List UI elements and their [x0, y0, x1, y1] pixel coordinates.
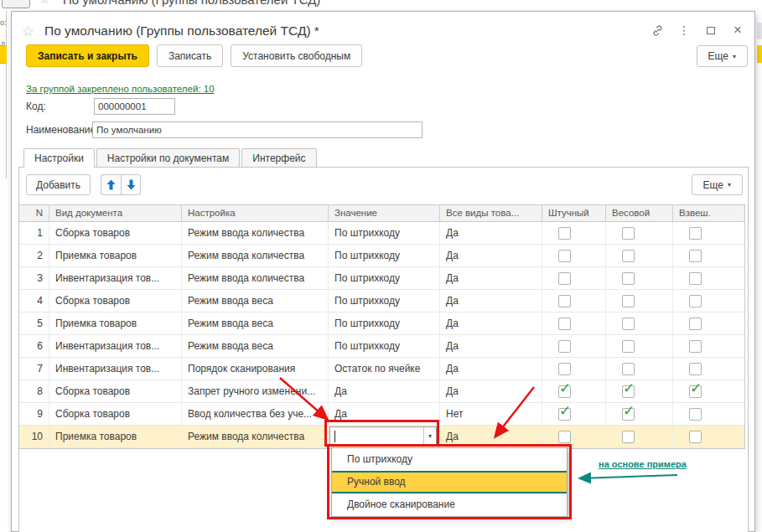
weight-checkbox[interactable]: [622, 340, 635, 353]
piece-checkbox[interactable]: [558, 318, 571, 330]
weight-checkbox[interactable]: [622, 363, 635, 375]
value-cell[interactable]: По штрихкоду: [329, 290, 440, 312]
column-header[interactable]: Все виды това...: [440, 205, 542, 221]
setting-cell[interactable]: Запрет ручного изменени...: [182, 380, 329, 402]
setting-cell[interactable]: Режим ввода количества: [182, 426, 329, 447]
all-goods-cell[interactable]: Да: [440, 290, 542, 312]
column-header[interactable]: Вид документа: [49, 205, 182, 221]
document-type-cell[interactable]: Приемка товаров: [49, 312, 182, 334]
value-cell[interactable]: По штрихкоду: [329, 312, 440, 334]
setting-cell[interactable]: Порядок сканирования: [182, 358, 329, 380]
setting-cell[interactable]: Режим ввода веса: [182, 312, 329, 334]
table-more-button[interactable]: Еще▾: [692, 174, 743, 195]
piece-checkbox-checked[interactable]: ✓: [558, 385, 571, 398]
set-free-button[interactable]: Установить свободным: [231, 44, 362, 67]
piece-checkbox[interactable]: [558, 340, 571, 353]
value-cell[interactable]: По штрихкоду: [329, 222, 440, 244]
value-cell[interactable]: По штрихкоду: [329, 267, 440, 289]
all-goods-cell[interactable]: Да: [440, 222, 542, 244]
assigned-users-link[interactable]: За группой закреплено пользователей: 10: [26, 84, 215, 94]
all-goods-cell[interactable]: Да: [440, 312, 542, 334]
table-row[interactable]: 2Приемка товаровРежим ввода количестваПо…: [19, 245, 744, 267]
setting-cell[interactable]: Режим ввода количества: [182, 222, 329, 244]
weighed-checkbox[interactable]: [689, 408, 702, 421]
table-row[interactable]: 1Сборка товаровРежим ввода количестваПо …: [19, 222, 744, 245]
column-header[interactable]: Значение: [329, 205, 440, 221]
favorite-star-icon[interactable]: ☆: [22, 23, 34, 40]
column-header[interactable]: N: [19, 205, 49, 221]
all-goods-cell[interactable]: Нет: [440, 403, 542, 425]
setting-cell[interactable]: Режим ввода веса: [182, 290, 329, 312]
save-button[interactable]: Записать: [157, 44, 223, 67]
weighed-checkbox[interactable]: [689, 318, 702, 330]
weighed-checkbox-checked[interactable]: ✓: [689, 385, 702, 398]
weighed-checkbox[interactable]: [689, 340, 702, 353]
more-vertical-icon[interactable]: ⋮: [677, 23, 691, 37]
piece-checkbox[interactable]: [558, 431, 571, 443]
tab-settings[interactable]: Настройки: [23, 148, 95, 168]
save-and-close-button[interactable]: Записать и закрыть: [26, 44, 149, 67]
weight-checkbox[interactable]: [622, 318, 635, 330]
weight-checkbox[interactable]: [622, 272, 635, 285]
weighed-checkbox[interactable]: [689, 272, 702, 285]
tab-interface[interactable]: Интерфейс: [241, 148, 316, 167]
value-cell[interactable]: Остаток по ячейке: [329, 358, 440, 380]
column-header[interactable]: Настройка: [182, 205, 329, 221]
table-row[interactable]: 7Инвентаризация тов...Порядок сканирован…: [19, 358, 744, 380]
setting-cell[interactable]: Режим ввода количества: [182, 245, 329, 266]
setting-cell[interactable]: Режим ввода веса: [182, 335, 329, 357]
piece-checkbox[interactable]: [558, 227, 571, 240]
piece-checkbox[interactable]: [558, 363, 571, 375]
close-icon[interactable]: ×: [731, 23, 744, 37]
weighed-checkbox[interactable]: [689, 295, 702, 307]
tab-settings-by-documents[interactable]: Настройки по документам: [96, 148, 240, 167]
table-row[interactable]: 3Инвентаризация тов...Режим ввода количе…: [19, 267, 744, 290]
all-goods-cell[interactable]: Да: [440, 245, 542, 266]
value-cell[interactable]: По штрихкоду: [329, 335, 440, 357]
column-header[interactable]: Взвеш.: [673, 205, 744, 221]
move-down-button[interactable]: [121, 174, 141, 195]
weighed-checkbox[interactable]: [689, 431, 702, 443]
document-type-cell[interactable]: Инвентаризация тов...: [49, 267, 182, 289]
piece-checkbox-checked[interactable]: ✓: [558, 408, 571, 421]
document-type-cell[interactable]: Сборка товаров: [49, 222, 182, 244]
all-goods-cell[interactable]: Да: [440, 335, 542, 357]
weighed-checkbox[interactable]: [689, 250, 702, 262]
value-cell[interactable]: Да: [329, 380, 440, 402]
document-type-cell[interactable]: Сборка товаров: [49, 380, 182, 402]
all-goods-cell[interactable]: Да: [440, 380, 542, 402]
table-row[interactable]: 4Сборка товаровРежим ввода весаПо штрихк…: [19, 290, 744, 312]
document-type-cell[interactable]: Инвентаризация тов...: [49, 335, 182, 357]
value-cell[interactable]: По штрихкоду: [329, 245, 440, 266]
table-row[interactable]: 8Сборка товаровЗапрет ручного изменени..…: [19, 380, 744, 403]
move-up-button[interactable]: [101, 174, 121, 195]
document-type-cell[interactable]: Инвентаризация тов...: [49, 358, 182, 380]
weighed-checkbox[interactable]: [689, 363, 702, 375]
all-goods-cell[interactable]: Да: [440, 358, 542, 380]
table-row[interactable]: 5Приемка товаровРежим ввода весаПо штрих…: [19, 312, 744, 335]
column-header[interactable]: Штучный: [542, 205, 606, 221]
more-button[interactable]: Еще▾: [697, 45, 748, 67]
column-header[interactable]: Весовой: [606, 205, 673, 221]
setting-cell[interactable]: Режим ввода количества: [182, 267, 329, 289]
piece-checkbox[interactable]: [558, 250, 571, 262]
name-field[interactable]: [92, 121, 422, 138]
weighed-checkbox[interactable]: [689, 227, 702, 240]
piece-checkbox[interactable]: [558, 295, 571, 307]
code-field[interactable]: [94, 98, 175, 115]
weight-checkbox-checked[interactable]: ✓: [622, 408, 635, 421]
document-type-cell[interactable]: Приемка товаров: [49, 426, 182, 447]
document-type-cell[interactable]: Сборка товаров: [49, 403, 182, 425]
piece-checkbox[interactable]: [558, 272, 571, 285]
document-type-cell[interactable]: Приемка товаров: [49, 245, 182, 266]
weight-checkbox-checked[interactable]: ✓: [622, 385, 635, 398]
weight-checkbox[interactable]: [622, 250, 635, 262]
link-icon[interactable]: [651, 23, 664, 37]
maximize-icon[interactable]: [704, 23, 718, 37]
all-goods-cell[interactable]: Да: [440, 267, 542, 289]
weight-checkbox[interactable]: [622, 431, 635, 443]
add-button[interactable]: Добавить: [26, 174, 91, 195]
weight-checkbox[interactable]: [622, 295, 635, 307]
document-type-cell[interactable]: Сборка товаров: [49, 290, 182, 312]
table-row[interactable]: 6Инвентаризация тов...Режим ввода весаПо…: [19, 335, 744, 358]
